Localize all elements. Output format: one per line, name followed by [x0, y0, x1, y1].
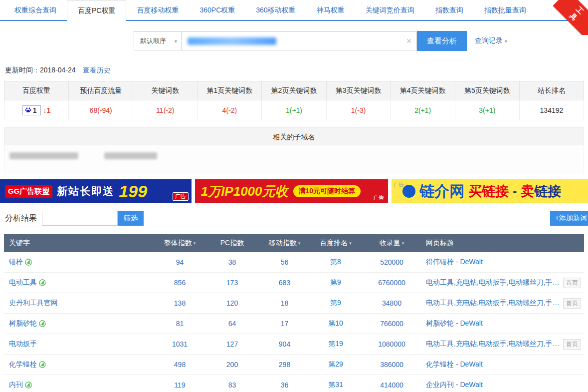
nav-tab[interactable]: 百度移动权重: [126, 0, 189, 20]
nav-tabs: 权重综合查询百度PC权重百度移动权重360PC权重360移动权重神马权重关键词竞…: [4, 0, 537, 20]
overall-index-value[interactable]: 856: [154, 279, 206, 287]
pc-index-value[interactable]: 64: [206, 320, 258, 328]
mobile-index-value[interactable]: 56: [258, 258, 311, 266]
page-title-link[interactable]: 得伟锚栓 - DeWalt: [426, 258, 483, 267]
summary-column-header: 第4页关键词数: [391, 81, 455, 100]
column-header[interactable]: 百度排名▾: [311, 239, 361, 248]
keyword-link[interactable]: 史丹利工具官网: [9, 299, 58, 308]
metric-cell[interactable]: 2(+1): [391, 100, 455, 120]
view-history-link[interactable]: 查看历史: [83, 66, 111, 75]
baidu-rank-value[interactable]: 第29: [311, 360, 361, 369]
pc-index-value[interactable]: 83: [206, 381, 258, 389]
sort-arrow-icon: ▾: [349, 241, 352, 246]
corner-ribbon[interactable]: 工具: [553, 0, 588, 35]
baidu-rank-value[interactable]: 第19: [311, 340, 361, 349]
baidu-rank-value[interactable]: 第10: [311, 319, 361, 328]
clear-input-icon[interactable]: ×: [406, 36, 411, 46]
page-title-link[interactable]: 电动工具,充电钻,电动扳手,电动螺丝刀,手电...: [426, 278, 560, 287]
pc-index-value[interactable]: 38: [206, 258, 258, 266]
keyword-row: 电动工具856173683第96760000电动工具,充电钻,电动扳手,电动螺丝…: [4, 273, 584, 293]
nav-tab[interactable]: 360PC权重: [189, 0, 245, 20]
ad2-text: 1万IP1000元收: [201, 183, 288, 200]
order-select[interactable]: 默认顺序 ▾: [134, 31, 182, 50]
column-header[interactable]: 移动指数▾: [258, 239, 311, 248]
ad-banner-gg-alliance[interactable]: GG广告联盟 新站长即送 199 广告: [0, 179, 192, 203]
column-header[interactable]: 收录量▾: [361, 239, 423, 248]
pc-index-value[interactable]: 200: [206, 361, 258, 369]
indexed-count-value[interactable]: 34800: [361, 299, 423, 307]
baidu-rank-value[interactable]: 第31: [311, 381, 361, 390]
indexed-count-value[interactable]: 6760000: [361, 279, 423, 287]
nav-tab[interactable]: 百度PC权重: [67, 0, 126, 21]
overall-index-value[interactable]: 119: [154, 381, 206, 389]
pc-index-value[interactable]: 127: [206, 340, 258, 348]
nav-tab[interactable]: 关键词竞价查询: [355, 0, 425, 20]
page-title-link[interactable]: 化学锚栓 - DeWalt: [426, 360, 483, 369]
nav-tab[interactable]: 360移动权重: [245, 0, 306, 20]
weight-trend-down: ↓1: [43, 106, 51, 114]
filter-button[interactable]: 筛选: [118, 211, 144, 226]
metric-cell[interactable]: 11(-2): [133, 100, 197, 120]
nav-tab[interactable]: 权重综合查询: [4, 0, 67, 20]
keyword-link[interactable]: 电动扳手: [9, 340, 37, 349]
overall-index-value[interactable]: 94: [154, 258, 206, 266]
indexed-count-value[interactable]: 1080000: [361, 340, 423, 348]
column-header: 网页标题: [423, 239, 584, 248]
domain-search-input[interactable]: ×: [182, 31, 417, 50]
summary-column-header: 第5页关键词数: [455, 81, 519, 100]
analysis-results-title: 分析结果: [5, 213, 37, 224]
keyword-cell: 化学锚栓: [4, 360, 154, 369]
mobile-index-value[interactable]: 683: [258, 279, 311, 287]
mobile-index-value[interactable]: 904: [258, 340, 311, 348]
ad-banner-ip-offer[interactable]: 1万IP1000元收 满10元可随时结算 广告: [195, 179, 389, 203]
index-chart-icon: [39, 361, 46, 368]
page-title-link[interactable]: 树脂砂轮 - DeWalt: [426, 319, 483, 328]
keyword-link[interactable]: 锚栓: [9, 258, 23, 267]
ad-banner-link-network[interactable]: 广告 链介网 买链接 - 卖链接: [392, 179, 588, 203]
query-records-link[interactable]: 查询记录 ▾: [475, 36, 507, 45]
keyword-link[interactable]: 内刊: [9, 381, 23, 390]
mobile-index-value[interactable]: 36: [258, 381, 311, 389]
keyword-link[interactable]: 树脂砂轮: [9, 319, 37, 328]
query-records-label: 查询记录: [475, 36, 503, 45]
mobile-index-value[interactable]: 17: [258, 320, 311, 328]
overall-index-value[interactable]: 138: [154, 299, 206, 307]
corner-ribbon-label: 工具: [553, 0, 588, 35]
baidu-weight-badge[interactable]: 1: [22, 105, 41, 115]
metric-cell[interactable]: 1(-3): [326, 100, 391, 120]
analyze-button[interactable]: 查看分析: [417, 31, 467, 51]
page-title-link[interactable]: 电动工具,充电钻,电动扳手,电动螺丝刀,手电...: [426, 299, 560, 308]
metric-cell[interactable]: 3(+1): [455, 100, 519, 120]
keyword-link[interactable]: 电动工具: [9, 278, 37, 287]
nav-tab[interactable]: 指数批量查询: [474, 0, 537, 20]
indexed-count-value[interactable]: 414000: [361, 381, 423, 389]
overall-index-value[interactable]: 81: [154, 320, 206, 328]
keyword-link[interactable]: 化学锚栓: [9, 360, 37, 369]
page-title-link[interactable]: 企业内刊 - DeWalt: [426, 381, 483, 390]
indexed-count-value[interactable]: 386000: [361, 361, 423, 369]
metric-cell[interactable]: 1(+1): [262, 100, 326, 120]
indexed-count-value[interactable]: 520000: [361, 258, 423, 266]
overall-index-value[interactable]: 1031: [154, 340, 206, 348]
baidu-rank-value[interactable]: 第8: [311, 258, 361, 267]
column-header[interactable]: 整体指数▾: [154, 239, 206, 248]
keyword-row: 电动扳手1031127904第191080000电动工具,充电钻,电动扳手,电动…: [4, 334, 584, 355]
metric-value: 1(-3): [351, 106, 366, 114]
metric-cell[interactable]: 68(-94): [69, 100, 133, 120]
pc-index-value[interactable]: 173: [206, 279, 258, 287]
baidu-rank-value[interactable]: 第9: [311, 299, 361, 308]
filter-input[interactable]: [42, 211, 118, 226]
nav-tab[interactable]: 指数查询: [425, 0, 474, 20]
add-keyword-button[interactable]: +添加新词: [550, 211, 588, 226]
indexed-count-value[interactable]: 766000: [361, 320, 423, 328]
page-title-link[interactable]: 电动工具,充电钻,电动扳手,电动螺丝刀,手电...: [426, 340, 560, 349]
mobile-index-value[interactable]: 298: [258, 361, 311, 369]
webmaster-rank-value: 134192: [540, 106, 564, 114]
overall-index-value[interactable]: 498: [154, 361, 206, 369]
keyword-row: 化学锚栓498200298第29386000化学锚栓 - DeWalt: [4, 355, 584, 375]
mobile-index-value[interactable]: 18: [258, 299, 311, 307]
nav-tab[interactable]: 神马权重: [306, 0, 355, 20]
baidu-rank-value[interactable]: 第9: [311, 278, 361, 287]
pc-index-value[interactable]: 120: [206, 299, 258, 307]
metric-cell[interactable]: 4(-2): [197, 100, 262, 120]
